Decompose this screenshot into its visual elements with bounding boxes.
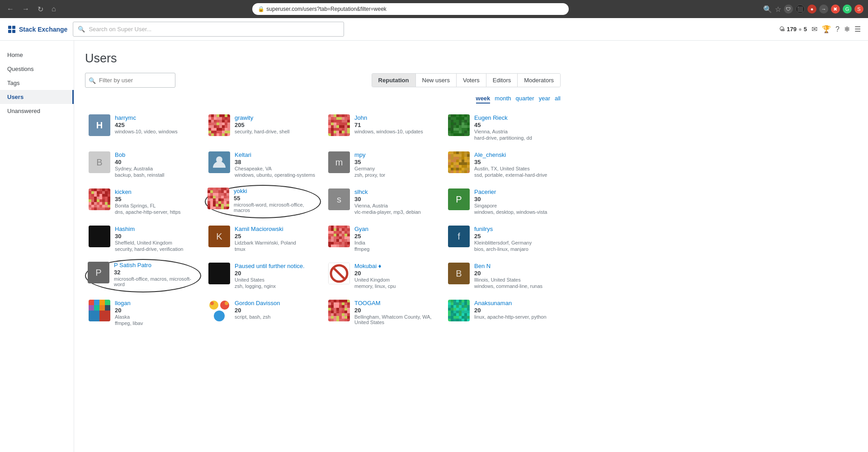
user-location: Lidzbark Warmiński, Poland: [235, 240, 317, 245]
star-icon[interactable]: ☆: [775, 5, 781, 14]
svg-rect-593: [451, 319, 453, 321]
svg-rect-158: [453, 122, 456, 125]
se-logo[interactable]: Stack Exchange: [7, 25, 67, 34]
filter-input[interactable]: [85, 73, 175, 88]
time-week[interactable]: week: [476, 95, 491, 104]
sidebar-item-users[interactable]: Users: [0, 90, 74, 104]
sidebar-item-questions[interactable]: Questions: [0, 62, 74, 76]
svg-rect-370: [221, 201, 224, 204]
achievements-icon[interactable]: 🏆: [822, 25, 831, 33]
back-button[interactable]: ←: [5, 4, 16, 14]
time-month[interactable]: month: [495, 95, 511, 104]
user-name[interactable]: llogan: [115, 300, 198, 306]
menu-icon[interactable]: ☰: [854, 25, 861, 33]
user-name[interactable]: Anaksunaman: [474, 300, 557, 306]
user-name[interactable]: slhck: [354, 188, 437, 195]
svg-rect-161: [462, 122, 464, 125]
time-year[interactable]: year: [539, 95, 550, 104]
user-name[interactable]: Eugen Rieck: [474, 114, 557, 121]
svg-rect-496: [328, 308, 331, 311]
svg-rect-81: [342, 117, 344, 120]
user-rep: 425: [115, 122, 198, 128]
svg-rect-242: [462, 165, 464, 168]
extension-icon-1[interactable]: 🛡: [784, 5, 793, 14]
sidebar-item-tags[interactable]: Tags: [0, 76, 74, 90]
user-name[interactable]: TOOGAM: [354, 300, 437, 306]
user-name[interactable]: yokki: [234, 188, 318, 194]
svg-rect-209: [459, 154, 462, 157]
svg-rect-293: [89, 199, 91, 202]
svg-rect-405: [328, 231, 331, 234]
svg-rect-425: [339, 236, 342, 239]
home-button[interactable]: ⌂: [49, 4, 58, 14]
svg-rect-371: [224, 201, 226, 204]
svg-rect-457: [94, 300, 99, 305]
svg-rect-36: [208, 125, 211, 128]
user-name[interactable]: Keltari: [235, 151, 317, 158]
user-name[interactable]: Paused until further notice.: [235, 263, 317, 269]
svg-rect-429: [328, 239, 331, 242]
help-icon[interactable]: ?: [835, 25, 840, 33]
user-name[interactable]: John: [354, 114, 437, 121]
svg-rect-516: [339, 313, 342, 316]
snowflake-icon[interactable]: ❄: [844, 25, 850, 33]
sidebar-item-home[interactable]: Home: [0, 48, 74, 62]
tab-editors[interactable]: Editors: [486, 74, 518, 87]
user-name[interactable]: P Satish Patro: [114, 262, 198, 268]
extension-icon-7[interactable]: S: [854, 5, 863, 14]
user-name[interactable]: grawity: [235, 114, 317, 121]
tab-moderators[interactable]: Moderators: [518, 74, 560, 87]
svg-rect-482: [334, 302, 336, 305]
time-all[interactable]: all: [555, 95, 561, 104]
svg-rect-214: [451, 157, 453, 160]
user-tags: microsoft-word, microsoft-office, macros: [234, 202, 318, 213]
svg-rect-212: [467, 154, 470, 157]
time-quarter[interactable]: quarter: [515, 95, 534, 104]
user-avatar: K: [208, 226, 230, 247]
svg-rect-59: [227, 131, 230, 133]
svg-rect-127: [336, 133, 339, 136]
user-name[interactable]: Pacerier: [474, 188, 557, 195]
user-name[interactable]: kicken: [115, 188, 198, 195]
refresh-button[interactable]: ↻: [35, 4, 46, 14]
user-name[interactable]: harrymc: [115, 114, 198, 121]
forward-button[interactable]: →: [20, 4, 32, 14]
user-name[interactable]: Mokubai ♦: [354, 263, 437, 269]
inbox-icon[interactable]: ✉: [811, 25, 817, 33]
user-name[interactable]: Gordon Davisson: [235, 300, 317, 306]
user-name[interactable]: mpy: [354, 151, 437, 158]
tab-new-users[interactable]: New users: [416, 74, 457, 87]
svg-rect-341: [208, 193, 210, 196]
svg-rect-11: [227, 114, 230, 117]
extension-icon-4[interactable]: →: [819, 5, 828, 14]
svg-rect-264: [97, 188, 99, 191]
tab-reputation[interactable]: Reputation: [372, 74, 416, 87]
user-name[interactable]: Kamil Maciorowski: [235, 226, 317, 232]
svg-rect-495: [347, 305, 350, 308]
svg-rect-422: [331, 236, 334, 239]
svg-rect-277: [89, 194, 91, 197]
extension-icon-2[interactable]: ⬛: [796, 5, 805, 14]
svg-rect-131: [347, 133, 350, 136]
user-name[interactable]: Ben N: [474, 263, 557, 269]
user-name[interactable]: Gyan: [354, 226, 437, 232]
svg-rect-579: [456, 313, 459, 316]
svg-rect-170: [464, 125, 467, 128]
user-tags: script, bash, zsh: [235, 314, 317, 320]
svg-rect-241: [459, 165, 462, 168]
tab-voters[interactable]: Voters: [457, 74, 486, 87]
user-name[interactable]: Ale_chenski: [474, 151, 557, 158]
svg-rect-2: [8, 30, 11, 33]
user-name[interactable]: Bob: [115, 151, 198, 158]
address-bar[interactable]: 🔒 superuser.com/users?tab=Reputation&fil…: [252, 3, 569, 15]
user-name[interactable]: Hashim: [115, 226, 198, 232]
svg-rect-200: [456, 151, 459, 154]
extension-icon-5[interactable]: ✖: [831, 5, 840, 14]
sidebar-item-unanswered[interactable]: Unanswered: [0, 104, 74, 118]
search-bar[interactable]: 🔍 Search on Super User...: [73, 22, 344, 37]
user-tags: windows, command-line, runas: [474, 283, 557, 289]
extension-icon-3[interactable]: ●: [807, 5, 816, 14]
search-icon[interactable]: 🔍: [763, 5, 772, 14]
extension-icon-6[interactable]: G: [843, 5, 852, 14]
user-name[interactable]: funilrys: [474, 226, 557, 232]
